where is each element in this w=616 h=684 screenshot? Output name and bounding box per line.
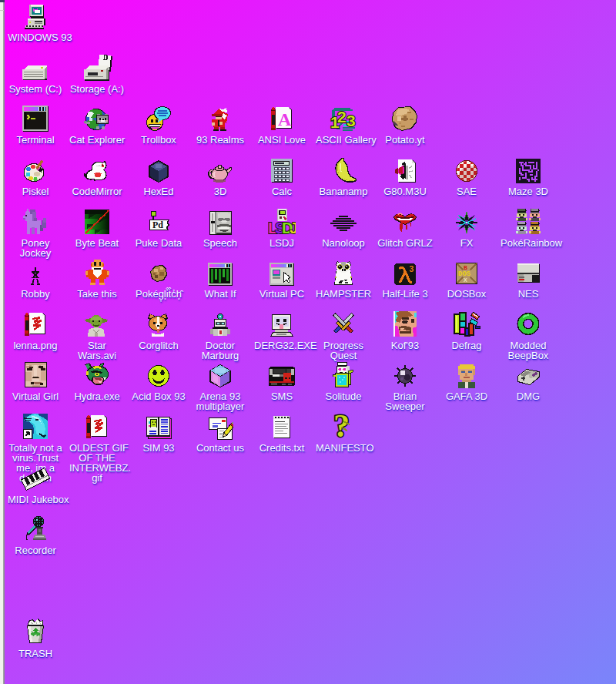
svg-text:X: X [464,277,467,283]
svg-text:?: ? [333,414,350,440]
svg-text:J: J [290,220,296,235]
svg-text:2: 2 [337,108,346,126]
svg-text:3: 3 [410,264,414,273]
svg-text:3: 3 [346,112,356,129]
svg-text:A: A [278,109,292,129]
svg-text:Pd: Pd [152,220,163,230]
